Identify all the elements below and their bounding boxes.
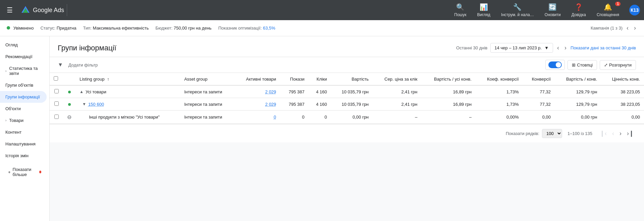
row3-cost-all-conv: –: [422, 110, 476, 124]
sidebar-item-asset-groups[interactable]: Групи об'єктів: [0, 79, 47, 91]
sidebar-item-listing-groups[interactable]: Групи інформації: [0, 91, 47, 103]
row3-conv-value: 0,00: [601, 110, 644, 124]
row1-avg-cpc: 2,41 грн: [373, 85, 422, 98]
date-range-value: 14 чер – 13 лип 2023 р.: [495, 45, 542, 50]
sidebar-item-label: Налаштування: [5, 141, 36, 146]
show-data-link[interactable]: Показати дані за останні 30 днів: [571, 45, 636, 50]
row2-conversions: 77,32: [523, 98, 555, 110]
conv-value-header: Цінність конв.: [601, 73, 644, 85]
main-content: Групи інформації Останні 30 днів 14 чер …: [50, 36, 644, 221]
status-type: Статус: Придатна: [40, 26, 76, 31]
row3-asset-group: Інтереси та запити: [180, 110, 235, 124]
type-text: Тип:: [83, 26, 91, 31]
nav-view[interactable]: 📊 Вигляд: [473, 1, 495, 19]
sort-icon[interactable]: ↑: [107, 77, 109, 82]
prev-page-button[interactable]: ‹: [610, 129, 616, 138]
show-more-button[interactable]: + Показати більше: [0, 162, 49, 182]
row1-conv-value: 38 223,05: [601, 85, 644, 98]
rows-per-page-label: Показати рядків:: [506, 131, 539, 136]
sidebar-item-label: Групи інформації: [5, 94, 40, 99]
row2-checkbox[interactable]: [54, 101, 59, 106]
row3-cost-conv: 0,00 грн: [555, 110, 601, 124]
first-page-button[interactable]: ❙‹: [598, 128, 609, 138]
date-next-button[interactable]: ›: [563, 43, 568, 53]
status-bar: Увімкнено Статус: Придатна Тип: Максимал…: [0, 20, 644, 36]
page-title: Групи інформації: [58, 44, 451, 52]
sidebar-item-recommendations[interactable]: Рекомендації: [0, 51, 47, 62]
cost-conv-header: Вартість / конв.: [555, 73, 601, 85]
nav-help-label: Довідка: [572, 12, 586, 17]
row2-avg-cpc: 2,41 грн: [373, 98, 422, 110]
date-picker[interactable]: 14 чер – 13 лип 2023 р. ▼: [490, 43, 553, 53]
nav-refresh-label: Оновити: [545, 12, 561, 17]
notification-badge: 1: [615, 2, 621, 6]
campaign-prev-button[interactable]: ‹: [625, 23, 630, 33]
row1-active-items-link[interactable]: 2 029: [265, 89, 276, 94]
toolbar: ▼ Додати фільтр ⊞ Стовпці ⤢ Розгорнути: [50, 57, 644, 73]
avatar[interactable]: К13: [629, 5, 640, 15]
sidebar-item-label: Контент: [5, 130, 21, 135]
last-page-button[interactable]: ›❙: [625, 128, 636, 138]
nav-notifications-label: Сповіщення: [597, 12, 619, 17]
search-icon: 🔍: [456, 3, 464, 11]
row2-active-items-link[interactable]: 2 029: [265, 102, 276, 107]
nav-help[interactable]: ❓ Довідка: [567, 1, 591, 19]
table-row: ▲ Усі товари Інтереси та запити 2 029 79…: [50, 85, 644, 98]
date-range-label: Останні 30 днів: [456, 45, 487, 50]
nav-notifications[interactable]: 🔔 1 Сповіщення: [592, 1, 624, 19]
show-more-dot: [39, 171, 41, 173]
status-value: Придатна: [57, 26, 77, 31]
row3-checkbox-cell: [50, 110, 63, 124]
status-dot-active: [7, 26, 10, 30]
rows-per-page-select[interactable]: 10 25 50 100 250: [542, 129, 562, 138]
row2-collapse-icon[interactable]: ▼: [82, 102, 86, 106]
date-range-section: Останні 30 днів 14 чер – 13 лип 2023 р. …: [456, 43, 636, 53]
sidebar-item-settings[interactable]: Налаштування: [0, 138, 47, 150]
row1-checkbox[interactable]: [54, 89, 59, 93]
sidebar-item-history[interactable]: Історія змін: [0, 150, 47, 162]
select-all-checkbox[interactable]: [54, 76, 58, 81]
columns-button[interactable]: ⊞ Стовпці: [567, 60, 597, 70]
row2-checkbox-cell: [50, 98, 63, 110]
row3-active-items-link[interactable]: 0: [274, 115, 276, 120]
nav-search[interactable]: 🔍 Пошук: [450, 1, 471, 19]
expand-button[interactable]: ⤢ Розгорнути: [600, 60, 636, 70]
sidebar-item-objects[interactable]: Об'єкти: [0, 103, 47, 115]
rows-per-page: Показати рядків: 10 25 50 100 250: [506, 129, 562, 138]
sidebar-item-content[interactable]: Контент: [0, 126, 47, 138]
view-icon: 📊: [480, 3, 488, 11]
row3-listing-group: Інші продукти з міткою "Усі товари": [76, 110, 180, 124]
main-layout: Огляд Рекомендації › Статистика та звіти…: [0, 36, 644, 221]
sidebar-item-statistics[interactable]: › Статистика та звіти: [0, 62, 47, 79]
row2-name[interactable]: 150 600: [88, 102, 104, 107]
page-navigation: ❙‹ ‹ › ›❙: [598, 128, 636, 138]
sidebar-item-label: Об'єкти: [5, 106, 21, 111]
row2-clicks: 4 160: [308, 98, 331, 110]
toggle-switch[interactable]: [548, 61, 562, 68]
status-text-label: Статус:: [40, 26, 55, 31]
row3-checkbox[interactable]: [54, 115, 59, 119]
date-prev-button[interactable]: ‹: [556, 43, 560, 53]
expand-icon: ›: [5, 119, 6, 122]
hamburger-menu[interactable]: ☰: [4, 3, 15, 17]
row2-status-dot: [68, 103, 71, 106]
optimization-score: Показник оптимізації: 63,5%: [218, 26, 275, 31]
nav-tools[interactable]: 🔧 Інструм. й нала…: [496, 1, 539, 19]
expand-icon: ›: [5, 69, 6, 73]
toolbar-right: ⊞ Стовпці ⤢ Розгорнути: [545, 60, 636, 70]
row1-cost-all-conv: 16,89 грн: [422, 85, 476, 98]
top-navigation: ☰ Google Ads 🔍 Пошук 📊 Вигляд 🔧 Інструм.…: [0, 0, 644, 20]
sidebar-item-label: Рекомендації: [5, 54, 33, 59]
sidebar-item-label: Історія змін: [5, 153, 29, 158]
sidebar-item-products[interactable]: › Товари: [0, 115, 47, 126]
add-filter-button[interactable]: Додати фільтр: [66, 60, 100, 70]
optimization-link[interactable]: 63,5%: [263, 26, 275, 31]
row2-status-cell: [63, 98, 76, 110]
optimization-text: Показник оптимізації:: [218, 26, 261, 31]
sidebar-item-overview[interactable]: Огляд: [0, 39, 47, 51]
row1-status-dot: [68, 91, 71, 93]
row1-expand-icon[interactable]: ▲: [80, 89, 84, 94]
next-page-button[interactable]: ›: [617, 129, 624, 138]
campaign-next-button[interactable]: ›: [633, 23, 637, 33]
nav-refresh[interactable]: 🔄 Оновити: [540, 1, 565, 19]
